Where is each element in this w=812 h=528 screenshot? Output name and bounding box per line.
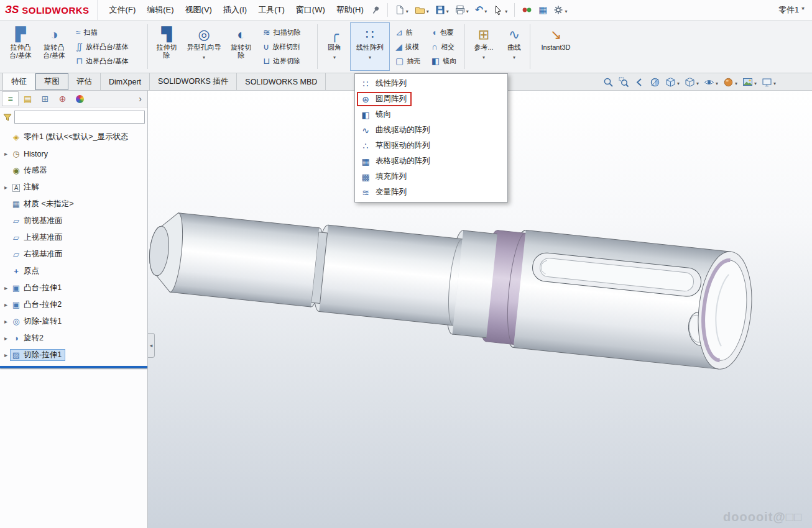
chevron-down-icon[interactable] [513, 53, 515, 61]
open-button[interactable] [413, 4, 431, 16]
tree-item-history[interactable]: ▸ History [0, 145, 147, 162]
zoom-to-fit-button[interactable] [603, 77, 614, 88]
tab-features[interactable]: 特征 [2, 73, 35, 90]
revolve-cut-button[interactable]: 旋转切 除 [225, 22, 257, 71]
performance-indicator-button[interactable] [520, 4, 534, 16]
swept-boss-button[interactable]: 扫描 [73, 25, 143, 39]
boundary-cut-button[interactable]: 边界切除 [261, 54, 313, 68]
tree-item-top-plane[interactable]: 上视基准面 [0, 229, 147, 246]
dimxpertmanager-tab[interactable] [54, 91, 71, 106]
boundary-boss-button[interactable]: 边界凸台/基体 [73, 54, 143, 68]
swept-cut-button[interactable]: 扫描切除 [261, 25, 313, 39]
menu-help[interactable]: 帮助(H) [331, 1, 369, 19]
chevron-down-icon[interactable] [333, 53, 336, 61]
shaft-body-middle[interactable] [319, 225, 462, 325]
chevron-down-icon[interactable] [203, 53, 205, 61]
wrap-button[interactable]: 包覆 [429, 25, 460, 39]
tab-sketch[interactable]: 草图 [35, 73, 68, 90]
select-button[interactable] [491, 4, 509, 17]
revolve-boss-button[interactable]: 旋转凸 台/基体 [38, 22, 70, 71]
options-button[interactable] [551, 4, 569, 16]
tab-dimxpert[interactable]: DimXpert [101, 73, 150, 90]
shaft-part[interactable] [148, 191, 757, 372]
apply-scene-button[interactable] [742, 77, 757, 88]
propertymanager-tab[interactable] [19, 91, 36, 106]
menu-item-mirror[interactable]: 镜向 [355, 107, 507, 122]
undo-button[interactable]: ↶ [473, 4, 489, 16]
shaft-body-left[interactable] [170, 213, 319, 307]
hide-show-items-button[interactable] [704, 77, 718, 88]
new-document-button[interactable] [393, 4, 410, 16]
section-view-button[interactable] [650, 77, 660, 88]
tab-sw-addins[interactable]: SOLIDWORKS 插件 [150, 73, 237, 90]
featuremanager-tab[interactable] [2, 91, 19, 106]
zoom-to-area-button[interactable] [619, 77, 629, 88]
menu-file[interactable]: 文件(F) [104, 1, 142, 19]
menu-insert[interactable]: 插入(I) [218, 1, 252, 19]
menu-item-linear-pattern[interactable]: 线性阵列 [355, 76, 507, 91]
tree-item-annotations[interactable]: ▸ 注解 [0, 179, 147, 196]
rib-button[interactable]: 筋 [393, 25, 424, 39]
displaymanager-tab[interactable] [72, 91, 88, 106]
tree-item-cut-extrude1[interactable]: ▸ 切除-拉伸1 [0, 347, 147, 363]
tab-evaluate[interactable]: 评估 [68, 73, 101, 90]
menu-item-curve-pattern[interactable]: 曲线驱动的阵列 [355, 122, 507, 138]
open-folder-icon [415, 5, 425, 15]
expand-pane-button[interactable]: › [135, 94, 145, 104]
featuremanager-icon [7, 94, 12, 104]
view-settings-button[interactable] [762, 77, 776, 88]
menu-view[interactable]: 视图(V) [180, 1, 218, 19]
menu-item-fill-pattern[interactable]: 填充阵列 [355, 169, 507, 184]
linear-pattern-button[interactable]: 线性阵列 [350, 22, 390, 71]
lofted-cut-button[interactable]: 放样切割 [261, 40, 313, 53]
separator [387, 3, 388, 17]
draft-button[interactable]: 拔模 [393, 40, 424, 53]
extrude-cut-button[interactable]: 拉伸切 除 [150, 22, 183, 71]
tree-item-origin[interactable]: 原点 [0, 263, 147, 280]
configurationmanager-tab[interactable] [37, 91, 53, 106]
tree-item-right-plane[interactable]: 右视基准面 [0, 246, 147, 263]
tab-sw-mbd[interactable]: SOLIDWORKS MBD [237, 73, 326, 90]
hole-wizard-button[interactable]: 异型孔向导 [184, 22, 224, 71]
tree-item-boss-extrude2[interactable]: ▸ 凸台-拉伸2 [0, 296, 147, 313]
fillet-button[interactable]: 圆角 [320, 22, 349, 71]
menu-item-circular-pattern[interactable]: 圆周阵列 [355, 91, 507, 107]
intersect-button[interactable]: 相交 [429, 40, 460, 53]
print-button[interactable] [453, 4, 471, 16]
menu-edit[interactable]: 编辑(E) [141, 1, 179, 19]
tree-item-front-plane[interactable]: 前视基准面 [0, 212, 147, 229]
lofted-boss-button[interactable]: 放样凸台/基体 [73, 40, 143, 53]
display-style-button[interactable] [685, 77, 699, 88]
save-button[interactable] [433, 4, 451, 16]
tree-item-sensors[interactable]: 传感器 [0, 162, 147, 179]
menu-item-table-pattern[interactable]: 表格驱动的阵列 [355, 153, 507, 169]
shaft-body-large[interactable] [514, 230, 731, 369]
mirror-button[interactable]: 镜向 [429, 54, 460, 68]
chevron-down-icon[interactable] [369, 53, 371, 61]
menu-item-sketch-pattern[interactable]: 草图驱动的阵列 [355, 138, 507, 153]
tree-root-part[interactable]: 零件1 (默认<<默认>_显示状态 [0, 129, 147, 145]
tree-item-icon [11, 334, 22, 343]
curves-button[interactable]: 曲线 [501, 22, 527, 71]
extrude-boss-button[interactable]: 拉伸凸 台/基体 [4, 22, 37, 71]
previous-view-button[interactable] [634, 77, 645, 88]
shell-button[interactable]: 抽壳 [393, 54, 424, 68]
rollback-bar[interactable] [0, 366, 147, 368]
tree-item-cut-revolve1[interactable]: ▸ 切除-旋转1 [0, 313, 147, 330]
instant3d-icon [550, 25, 561, 43]
tree-item-material[interactable]: 材质 <未指定> [0, 196, 147, 212]
panel-collapse-handle[interactable] [148, 333, 155, 358]
tree-filter-input[interactable] [14, 111, 145, 124]
menu-item-variable-pattern[interactable]: 变量阵列 [355, 184, 507, 200]
view-orientation-button[interactable] [665, 77, 680, 88]
instant3d-button[interactable]: Instant3D [533, 22, 579, 71]
chevron-down-icon[interactable] [482, 53, 485, 61]
pin-toolbar-button[interactable] [371, 4, 382, 16]
menu-tools[interactable]: 工具(T) [252, 1, 290, 19]
edit-appearance-button[interactable] [723, 77, 737, 88]
tree-item-boss-extrude1[interactable]: ▸ 凸台-拉伸1 [0, 280, 147, 296]
spreadsheet-button[interactable]: ▦ [537, 4, 549, 16]
reference-geometry-button[interactable]: 参考... [468, 22, 500, 71]
tree-item-revolve2[interactable]: ▸ 旋转2 [0, 330, 147, 347]
menu-window[interactable]: 窗口(W) [290, 1, 331, 19]
